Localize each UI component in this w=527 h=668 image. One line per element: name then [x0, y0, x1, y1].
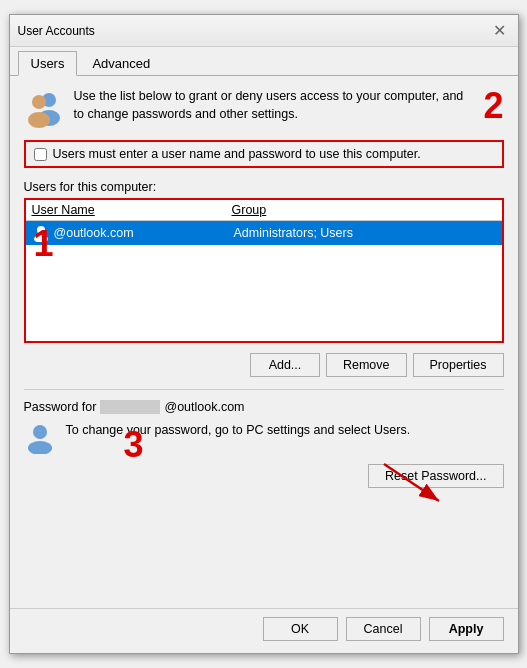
table-body: @outlook.com Administrators; Users — [26, 221, 502, 341]
must-enter-password-label: Users must enter a user name and passwor… — [53, 147, 421, 161]
users-table: User Name Group @outlook.com Administrat… — [24, 198, 504, 343]
row-group: Administrators; Users — [234, 226, 496, 240]
username-redacted — [100, 400, 160, 414]
dialog-title: User Accounts — [18, 24, 95, 38]
col-header-username: User Name — [32, 203, 232, 217]
annotation-2: 2 — [483, 88, 503, 124]
must-enter-password-row: Users must enter a user name and passwor… — [24, 140, 504, 168]
apply-button[interactable]: Apply — [429, 617, 504, 641]
password-info-box: To change your password, go to PC settin… — [24, 422, 504, 454]
tab-advanced[interactable]: Advanced — [79, 51, 163, 75]
info-text: Use the list below to grant or deny user… — [74, 88, 470, 123]
reset-password-row: 3 Reset Password... — [24, 464, 504, 488]
dialog-footer: OK Cancel Apply — [10, 608, 518, 653]
table-header: User Name Group — [26, 200, 502, 221]
close-button[interactable]: ✕ — [490, 21, 510, 41]
main-content: Use the list below to grant or deny user… — [10, 76, 518, 608]
users-group-icon — [24, 88, 64, 128]
table-row[interactable]: @outlook.com Administrators; Users — [26, 221, 502, 245]
row-action-buttons: Add... Remove Properties — [24, 353, 504, 377]
users-section-label: Users for this computer: — [24, 180, 504, 194]
remove-button[interactable]: Remove — [326, 353, 407, 377]
add-button[interactable]: Add... — [250, 353, 320, 377]
svg-point-7 — [28, 441, 52, 454]
svg-point-2 — [32, 95, 46, 109]
password-section: Password for @outlook.com To change your… — [24, 389, 504, 488]
properties-button[interactable]: Properties — [413, 353, 504, 377]
info-box: Use the list below to grant or deny user… — [24, 88, 504, 128]
svg-point-3 — [28, 112, 50, 128]
col-header-group: Group — [232, 203, 496, 217]
password-for-label: Password for @outlook.com — [24, 400, 504, 414]
reset-password-button[interactable]: Reset Password... — [368, 464, 503, 488]
annotation-1: 1 — [34, 223, 54, 265]
annotation-3: 3 — [124, 424, 144, 466]
title-bar: User Accounts ✕ — [10, 15, 518, 47]
cancel-button[interactable]: Cancel — [346, 617, 421, 641]
svg-point-6 — [33, 425, 47, 439]
password-user-icon — [24, 422, 56, 454]
tabs-container: Users Advanced — [10, 47, 518, 76]
tab-users[interactable]: Users — [18, 51, 78, 76]
user-accounts-dialog: User Accounts ✕ Users Advanced Use the l… — [9, 14, 519, 654]
ok-button[interactable]: OK — [263, 617, 338, 641]
row-username: @outlook.com — [54, 226, 234, 240]
must-enter-password-checkbox[interactable] — [34, 148, 47, 161]
